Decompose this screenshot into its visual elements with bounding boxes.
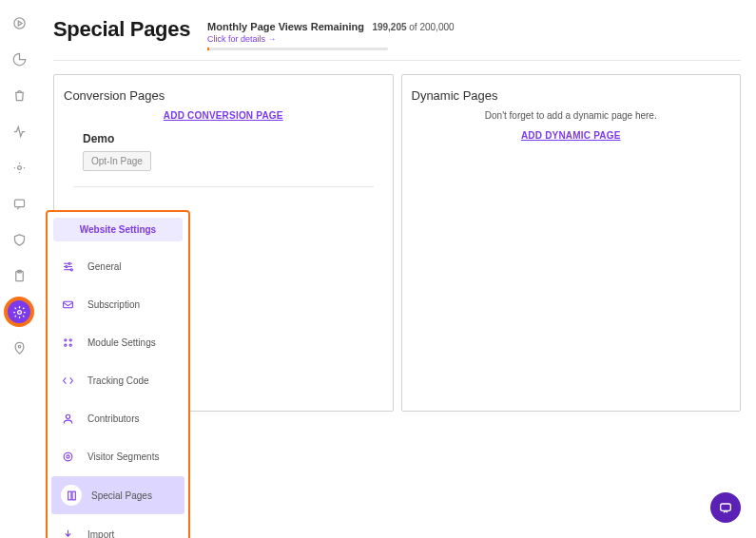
popup-item-special-pages[interactable]: Special Pages [51,476,184,514]
svg-rect-20 [721,504,731,510]
left-nav-rail [0,0,38,538]
popup-item-label: Module Settings [87,337,156,348]
download-icon [57,524,78,538]
page-header: Special Pages Monthly Page Views Remaini… [53,0,741,61]
activity-icon[interactable] [6,118,32,144]
popup-item-contributors[interactable]: Contributors [48,399,188,437]
pie-icon[interactable] [6,46,32,72]
conversion-item[interactable]: Demo Opt-In Page [73,132,374,187]
quota-label: Monthly Page Views Remaining [207,21,364,32]
grid-icon [57,332,78,353]
svg-point-8 [65,265,67,267]
svg-point-7 [68,262,70,264]
svg-point-11 [64,338,66,340]
svg-point-5 [17,310,21,314]
popup-item-module-settings[interactable]: Module Settings [48,323,188,361]
conversion-card-title: Conversion Pages [64,88,383,103]
popup-item-label: Special Pages [91,490,152,501]
clipboard-icon[interactable] [6,262,32,289]
shield-icon[interactable] [6,226,32,253]
popup-item-import[interactable]: Import [48,515,188,538]
svg-rect-10 [63,301,72,308]
bag-icon[interactable] [6,82,32,108]
svg-point-15 [66,414,69,418]
dynamic-card-title: Dynamic Pages [412,88,731,103]
conversion-item-name: Demo [83,132,374,145]
gear-icon[interactable] [6,298,32,325]
quota-details-link[interactable]: Click for details → [207,34,455,44]
svg-point-0 [13,17,24,28]
target-icon [57,446,78,467]
svg-point-17 [66,454,68,457]
mail-icon [57,294,78,315]
popup-item-label: Contributors [87,413,139,424]
svg-rect-2 [14,200,24,207]
svg-point-6 [18,345,21,348]
svg-rect-19 [72,491,75,500]
play-icon[interactable] [6,10,32,36]
popup-item-visitor-segments[interactable]: Visitor Segments [48,437,188,475]
popup-item-general[interactable]: General [48,247,188,285]
conversion-item-tag: Opt-In Page [83,151,151,171]
popup-item-label: General [87,261,122,272]
settings-popup: Website Settings General Subscription Mo… [46,210,190,538]
svg-point-13 [64,344,66,346]
quota-block: Monthly Page Views Remaining 199,205 of … [207,17,455,50]
popup-item-subscription[interactable]: Subscription [48,285,188,323]
svg-point-16 [64,452,72,461]
quota-progress-bar [207,48,388,50]
code-icon [57,370,78,391]
page-title: Special Pages [53,17,190,42]
user-icon [57,408,78,429]
svg-point-1 [17,165,21,169]
popup-title: Website Settings [53,218,183,241]
svg-point-12 [69,338,71,340]
focus-icon[interactable] [6,154,32,181]
popup-item-label: Subscription [87,299,140,310]
pages-icon [61,485,82,506]
popup-item-label: Tracking Code [87,375,149,386]
quota-counts: 199,205 of 200,000 [372,22,454,32]
svg-point-9 [70,268,72,270]
add-dynamic-page-link[interactable]: ADD DYNAMIC PAGE [412,130,731,141]
help-fab[interactable] [710,492,741,523]
popup-item-label: Import [87,529,114,539]
pin-icon[interactable] [6,335,32,361]
svg-rect-18 [68,491,70,500]
add-conversion-page-link[interactable]: ADD CONVERSION PAGE [64,110,383,121]
chat-icon[interactable] [6,190,32,217]
popup-item-label: Visitor Segments [87,452,159,462]
dynamic-pages-card: Dynamic Pages Don't forget to add a dyna… [401,74,742,412]
popup-item-tracking-code[interactable]: Tracking Code [48,361,188,399]
sliders-icon [57,256,78,277]
dynamic-empty-text: Don't forget to add a dynamic page here. [412,110,731,121]
svg-point-14 [69,344,71,346]
